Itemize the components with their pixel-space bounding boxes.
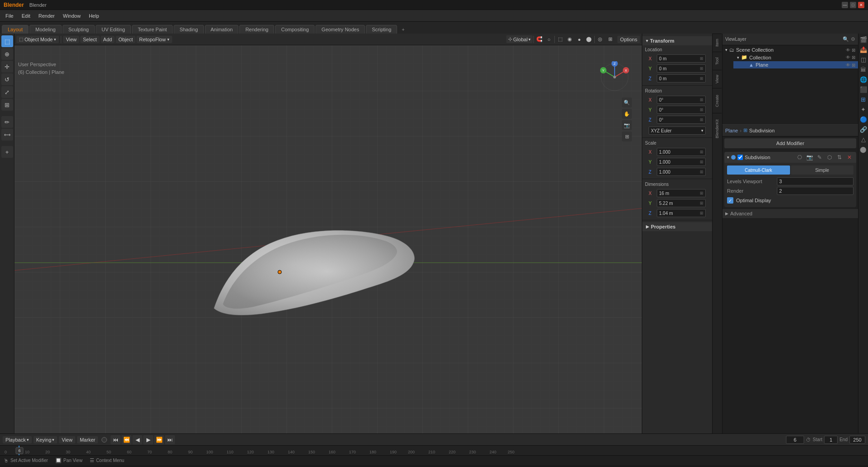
tab-compositing[interactable]: Compositing	[275, 25, 315, 34]
modifier-simple[interactable]: Simple	[791, 165, 854, 175]
tool-select[interactable]: ⬚	[1, 35, 13, 47]
mod-render-icon[interactable]: 📷	[805, 153, 814, 161]
props-tab-object[interactable]: ⬛	[859, 85, 868, 94]
navigation-gizmo[interactable]: X Y Z	[599, 61, 630, 93]
tab-modeling[interactable]: Modeling	[29, 25, 62, 34]
tool-cursor[interactable]: ⊕	[1, 48, 13, 60]
playback-menu[interactable]: Playback ▾	[3, 436, 32, 443]
mod-delete-icon[interactable]: ✕	[845, 153, 853, 161]
vtab-tool[interactable]: Tool	[713, 52, 722, 70]
tool-annotate[interactable]: ✏	[1, 116, 13, 128]
tab-uv-editing[interactable]: UV Editing	[96, 25, 131, 34]
outliner-scene-collection[interactable]: ▾ 🗂 Scene Collection 👁 ⊠	[723, 46, 858, 54]
tab-sculpting[interactable]: Sculpting	[63, 25, 95, 34]
maximize-button[interactable]: □	[850, 2, 856, 8]
add-workspace-button[interactable]: +	[398, 25, 408, 34]
rot-y-field[interactable]: 0° ⊞	[657, 106, 706, 114]
modifier-expand-icon[interactable]: ▾	[727, 155, 729, 160]
zoom-icon[interactable]: 🔍	[622, 97, 632, 107]
dim-z-field[interactable]: 1.04 m ⊞	[657, 209, 706, 217]
mod-edit-icon[interactable]: ✎	[815, 153, 824, 161]
wire-shading[interactable]: ⬚	[556, 35, 565, 44]
tool-transform[interactable]: ⊞	[1, 99, 13, 111]
view-menu-tl[interactable]: View	[59, 436, 75, 443]
tool-move[interactable]: ✛	[1, 61, 13, 73]
prev-keyframe-button[interactable]: ⏪	[121, 435, 131, 444]
jump-start-button[interactable]: ⏮	[111, 435, 121, 444]
snap-button[interactable]: 🧲	[535, 35, 544, 44]
frame-ruler[interactable]: 6 0 10 20 30 40 50 60 70 80 90 100 110 1…	[0, 445, 868, 455]
props-tab-render[interactable]: 🎬	[859, 35, 868, 44]
mod-cage-icon[interactable]: ⬡	[825, 153, 834, 161]
props-tab-world[interactable]: 🌐	[859, 75, 868, 84]
tool-add[interactable]: +	[1, 146, 13, 158]
object-menu[interactable]: Object	[116, 36, 136, 43]
mod-realtime-icon[interactable]: ⎔	[795, 153, 804, 161]
xray-toggle[interactable]: ⊞	[606, 35, 615, 44]
quad-view-icon[interactable]: ⊞	[622, 131, 632, 141]
play-reverse-button[interactable]: ◀	[132, 435, 142, 444]
props-tab-data[interactable]: △	[859, 135, 868, 144]
modifier-breadcrumb-object[interactable]: Plane	[725, 128, 738, 133]
viewport-overlays[interactable]: ◎	[596, 35, 605, 44]
props-tab-scene[interactable]: 🏛	[859, 65, 868, 74]
select-menu[interactable]: Select	[80, 36, 100, 43]
rot-x-field[interactable]: 0° ⊞	[657, 96, 706, 104]
material-shading[interactable]: ●	[575, 35, 584, 44]
vtab-view[interactable]: View	[713, 70, 722, 88]
view-menu[interactable]: View	[63, 36, 79, 43]
viewport[interactable]: ⬚ Object Mode ▾ View Select Add Object R…	[15, 34, 642, 433]
transform-section-header[interactable]: ▾ Transform	[642, 36, 712, 45]
levels-viewport-value[interactable]: 3	[777, 177, 853, 185]
menu-file[interactable]: File	[2, 12, 17, 19]
end-value-box[interactable]: 250	[849, 436, 865, 444]
rot-z-field[interactable]: 0° ⊞	[657, 116, 706, 124]
optimal-display-checkbox[interactable]: ✓	[727, 197, 733, 204]
tab-layout[interactable]: Layout	[2, 25, 29, 34]
advanced-collapsible[interactable]: ▶ Advanced	[723, 209, 858, 218]
modifier-catmull-clark[interactable]: Catmull-Clark	[727, 165, 790, 175]
tab-rendering[interactable]: Rendering	[239, 25, 274, 34]
tool-scale[interactable]: ⤢	[1, 86, 13, 98]
add-modifier-button[interactable]: Add Modifier	[724, 138, 856, 148]
render-shading[interactable]: ⬤	[584, 35, 593, 44]
render-value[interactable]: 2	[777, 187, 853, 195]
vtab-create[interactable]: Create	[713, 88, 722, 113]
props-tab-view[interactable]: ◫	[859, 55, 868, 64]
addon-menu[interactable]: RetopoFlow ▾	[136, 36, 172, 43]
object-mode-dropdown[interactable]: ⬚ Object Mode ▾	[16, 36, 59, 43]
tab-animation[interactable]: Animation	[205, 25, 239, 34]
marker-menu[interactable]: Marker	[77, 436, 98, 443]
properties-section-header[interactable]: ▶ Properties	[642, 222, 712, 231]
props-tab-constraints[interactable]: 🔗	[859, 125, 868, 134]
proportional-button[interactable]: ○	[544, 35, 553, 44]
vtab-item[interactable]: Item	[713, 34, 722, 52]
scale-x-field[interactable]: 1.000 ⊞	[657, 148, 706, 156]
current-frame-box[interactable]: 6	[786, 436, 804, 444]
tab-texture-paint[interactable]: Texture Paint	[132, 25, 173, 34]
mod-move-icon[interactable]: ⇅	[835, 153, 844, 161]
outliner-plane[interactable]: ▲ Plane 👁 ⊠	[733, 61, 858, 68]
transform-pivot[interactable]: ⊹ Global ▾	[506, 35, 533, 43]
next-keyframe-button[interactable]: ⏩	[154, 435, 164, 444]
props-tab-particles[interactable]: ✦	[859, 105, 868, 114]
loc-y-field[interactable]: 0 m ⊞	[657, 64, 706, 73]
viewport-canvas[interactable]: User Perspective (6) Collection | Plane …	[15, 45, 642, 433]
plane-object[interactable]	[187, 190, 422, 336]
start-value-box[interactable]: 1	[824, 436, 838, 444]
scale-z-field[interactable]: 1.000 ⊞	[657, 168, 706, 176]
loc-z-field[interactable]: 0 m ⊞	[657, 74, 706, 83]
loc-x-field[interactable]: 0 m ⊞	[657, 54, 706, 63]
menu-help[interactable]: Help	[85, 12, 103, 19]
solid-shading[interactable]: ◉	[565, 35, 574, 44]
dim-y-field[interactable]: 5.22 m ⊞	[657, 199, 706, 207]
minimize-button[interactable]: —	[842, 2, 848, 8]
tab-scripting[interactable]: Scripting	[366, 25, 397, 34]
outliner-collection[interactable]: ▾ 📁 Collection 👁 ⊠	[728, 54, 858, 61]
scale-y-field[interactable]: 1.000 ⊞	[657, 158, 706, 166]
props-tab-modifiers[interactable]: ⊞	[859, 95, 868, 104]
play-button[interactable]: ▶	[143, 435, 153, 444]
menu-render[interactable]: Render	[35, 12, 58, 19]
pan-icon[interactable]: ✋	[622, 109, 632, 119]
rot-mode-field[interactable]: XYZ Euler ▾	[649, 126, 706, 135]
